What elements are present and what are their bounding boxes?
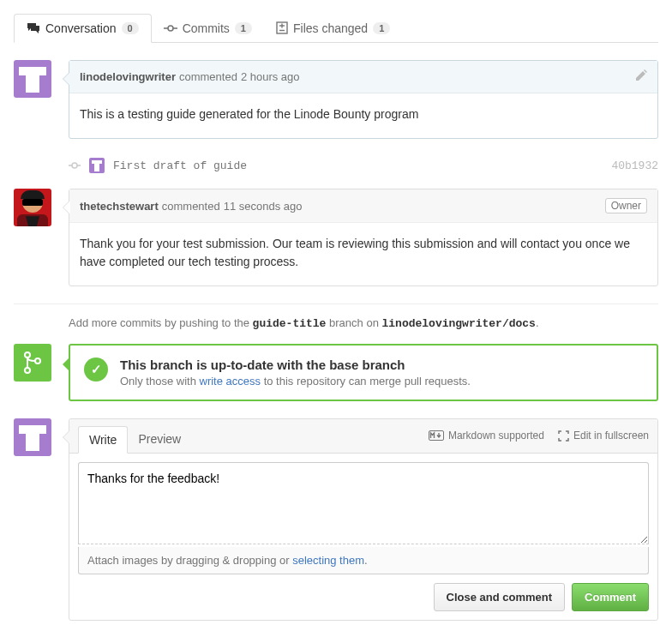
avatar [14,418,51,456]
commit-icon [69,159,81,171]
svg-point-0 [168,26,173,31]
owner-badge: Owner [605,198,647,213]
compose-tabs: Write Preview Markdown supported Edit in… [69,419,657,454]
comment-body: Thank you for your test submission. Our … [69,223,657,285]
comment-time: 2 hours ago [241,70,300,83]
comment-body: This is a testing guide generated for th… [69,93,657,138]
comment-author[interactable]: thetechstewart [80,200,159,213]
comment-time: 11 seconds ago [224,200,303,213]
compose-tab-write[interactable]: Write [78,426,128,454]
comment-icon [27,22,40,34]
merge-title: This branch is up-to-date with the base … [120,358,471,372]
tab-count: 1 [373,22,390,34]
svg-point-11 [25,368,30,373]
tab-label: Commits [183,21,230,35]
write-access-link[interactable]: write access [200,375,261,388]
tab-label: Files changed [293,21,368,35]
comment-author[interactable]: linodelovingwriter [80,70,176,83]
attach-hint[interactable]: Attach images by dragging & dropping or … [78,547,649,574]
commit-sha[interactable]: 40b1932 [611,159,658,172]
tab-conversation[interactable]: Conversation 0 [14,14,152,43]
tab-count: 0 [122,22,139,34]
merge-status-row: ✓ This branch is up-to-date with the bas… [14,344,658,401]
avatar [14,60,51,98]
markdown-help[interactable]: Markdown supported [429,430,544,442]
avatar [89,158,105,173]
svg-point-12 [35,358,40,364]
svg-point-10 [25,352,30,358]
comment-box: linodelovingwriter commented 2 hours ago… [69,60,658,139]
fullscreen-toggle[interactable]: Edit in fullscreen [558,430,649,442]
tab-count: 1 [235,22,252,34]
avatar [14,189,51,226]
edit-icon[interactable] [635,69,647,84]
commit-icon [164,23,177,33]
markdown-icon [429,430,444,441]
comment-header: thetechstewart commented 11 seconds ago … [69,189,657,223]
compose-actions: Close and comment Comment [69,583,657,620]
check-icon: ✓ [84,358,108,382]
tab-commits[interactable]: Commits 1 [152,15,264,42]
tab-files[interactable]: Files changed 1 [264,15,402,42]
comment-verb: commented [179,70,237,83]
merge-status-box: ✓ This branch is up-to-date with the bas… [69,344,658,401]
compose-tab-preview[interactable]: Preview [128,426,191,452]
divider [14,303,658,304]
comment-box: thetechstewart commented 11 seconds ago … [69,189,658,286]
fullscreen-icon [558,430,569,442]
commit-message[interactable]: First draft of guide [113,159,247,172]
timeline-comment: thetechstewart commented 11 seconds ago … [14,189,658,286]
comment-verb: commented [162,200,220,213]
comment-header: linodelovingwriter commented 2 hours ago [69,61,657,93]
merge-subtitle: Only those with write access to this rep… [120,375,471,388]
comment-button[interactable]: Comment [572,583,649,611]
pr-tabs: Conversation 0 Commits 1 Files changed 1 [14,14,658,43]
merge-icon [14,344,51,382]
diff-icon [276,21,288,34]
close-and-comment-button[interactable]: Close and comment [434,583,566,611]
branch-name: guide-title [253,317,327,330]
repo-name: linodelovingwriter/docs [381,317,535,330]
select-files-link[interactable]: selecting them [292,554,364,567]
push-hint: Add more commits by pushing to the guide… [69,316,658,330]
commit-row: First draft of guide 40b1932 [69,156,658,189]
comment-textarea[interactable] [78,462,649,544]
compose-box: Write Preview Markdown supported Edit in… [69,418,658,621]
svg-point-7 [72,163,77,168]
timeline-comment: linodelovingwriter commented 2 hours ago… [14,60,658,139]
compose-row: Write Preview Markdown supported Edit in… [14,418,658,621]
tab-label: Conversation [45,21,117,35]
